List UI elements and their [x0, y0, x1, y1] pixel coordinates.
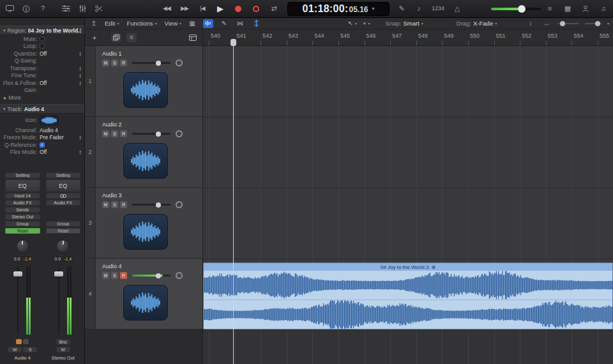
disclosure-icon[interactable]: ▾ [3, 107, 6, 112]
stepper-icon[interactable]: ▴▾ [79, 80, 81, 86]
list-editors-icon[interactable]: ≡ [545, 4, 554, 14]
input-button[interactable]: Input 14 [5, 193, 40, 199]
track-volume-slider[interactable] [132, 204, 170, 206]
pan-knob[interactable] [56, 239, 70, 253]
automation-mode-button[interactable]: Read [46, 228, 81, 234]
pointer-tool-selector[interactable]: ↖ ▾ [348, 20, 357, 27]
track-pan-knob[interactable] [176, 201, 183, 208]
eq-button[interactable]: EQ [5, 179, 40, 192]
track-icon-card[interactable] [123, 72, 168, 108]
display-icon[interactable] [5, 4, 14, 14]
playhead-marker[interactable] [231, 39, 236, 46]
track-lanes[interactable]: 04 Joy to the World.3 ⊕ [203, 46, 613, 364]
inspector-toggle-icon[interactable] [22, 4, 31, 14]
field-value[interactable]: Audio 4 [40, 127, 84, 133]
track-header[interactable]: 2 Audio 2 M S R [85, 117, 202, 188]
flex-toggle-icon[interactable] [251, 19, 261, 28]
stepper-icon[interactable]: ▴▾ [79, 149, 81, 155]
track-record-button[interactable]: R [120, 130, 127, 137]
track-mute-button[interactable]: M [102, 272, 109, 279]
menu-view[interactable]: View▾ [165, 20, 181, 27]
loop-browser-icon[interactable]: ▦ [563, 4, 572, 14]
audio-fx-button[interactable]: Audio FX [46, 200, 81, 206]
track-record-button[interactable]: R [120, 272, 127, 279]
editors-toggle-icon[interactable] [95, 4, 103, 14]
horizontal-zoom-icon[interactable]: ↔ [541, 19, 552, 28]
disclosure-icon[interactable]: ▾ [3, 28, 6, 33]
go-to-beginning-button[interactable]: |◀ [198, 4, 207, 14]
field-value[interactable]: Pre Fader [40, 134, 79, 140]
metronome-button[interactable]: △ [453, 4, 462, 14]
master-volume-slider[interactable] [491, 8, 541, 10]
user-icon[interactable] [581, 4, 590, 14]
waveform-zoom-slider[interactable] [585, 23, 602, 24]
quick-help-icon[interactable]: ? [38, 4, 47, 14]
track-icon-button[interactable] [40, 116, 59, 125]
mute-button[interactable]: M [56, 347, 70, 353]
track-volume-slider[interactable] [132, 275, 170, 277]
eq-button[interactable]: EQ [46, 179, 81, 192]
timeline-area[interactable]: 5405415425435445455465475485495505515525… [203, 29, 613, 364]
menu-edit[interactable]: Edit▾ [105, 20, 119, 27]
duplicate-track-icon[interactable] [111, 33, 121, 42]
track-icon-card[interactable] [123, 143, 168, 179]
zoom-slider[interactable] [557, 23, 579, 24]
more-disclosure[interactable]: ▸ More [0, 94, 84, 102]
track-pan-knob[interactable] [176, 272, 183, 279]
checkbox[interactable]: ✓ [40, 142, 45, 148]
stepper-icon[interactable]: ▴▾ [79, 135, 81, 140]
tuner-icon[interactable]: ♪ [414, 4, 423, 14]
track-volume-slider[interactable] [132, 62, 170, 64]
stepper-icon[interactable]: ▴▾ [79, 73, 81, 78]
solo-button[interactable]: S [23, 347, 37, 353]
track-record-button[interactable]: R [120, 201, 127, 208]
track-record-button[interactable]: R [120, 59, 127, 66]
mute-button[interactable]: M [8, 347, 22, 353]
track-icon-card[interactable] [123, 285, 168, 321]
crossfade-tool-icon[interactable]: ⋈ [235, 19, 245, 28]
track-solo-button[interactable]: S [111, 130, 118, 137]
volume-fader[interactable] [13, 265, 32, 336]
group-button[interactable]: Group [46, 221, 81, 227]
media-browser-icon[interactable]: ♫ [599, 4, 608, 14]
fader-thumb[interactable] [54, 271, 63, 277]
menu-functions[interactable]: Functions▾ [126, 20, 156, 27]
playhead[interactable] [233, 46, 234, 364]
checkbox[interactable] [40, 36, 45, 42]
snap-menu[interactable]: Snap: Smart ▾ [386, 20, 423, 27]
audio-region[interactable]: 04 Joy to the World.3 ⊕ [203, 262, 613, 330]
track-solo-button[interactable]: S [111, 59, 118, 66]
stepper-icon[interactable]: ▴▾ [79, 66, 81, 71]
track-header[interactable]: 3 Audio 3 M S R [85, 188, 202, 259]
capture-record-button[interactable] [252, 4, 261, 14]
vertical-zoom-icon[interactable]: ↕ [526, 19, 536, 28]
mixer-toggle-icon[interactable] [78, 4, 87, 14]
track-pan-knob[interactable] [176, 130, 183, 137]
lcd-chevron-icon[interactable]: ▾ [372, 6, 375, 11]
track-header[interactable]: 1 Audio 1 M S R [85, 46, 202, 117]
volume-fader[interactable] [54, 265, 73, 336]
nudge-icon[interactable]: ↥ [89, 19, 99, 28]
track-mute-button[interactable]: M [102, 59, 109, 66]
forward-button[interactable]: ▶▶ [180, 4, 189, 14]
stepper-icon[interactable]: ▴▾ [79, 51, 81, 56]
input-monitor-button[interactable] [16, 339, 22, 344]
track-inspector-header[interactable]: ▾ Track: Audio 4 [0, 104, 84, 114]
count-in-button[interactable]: 1234 [432, 4, 444, 14]
record-button[interactable] [234, 4, 243, 14]
track-volume-slider[interactable] [132, 133, 170, 135]
audio-fx-button[interactable]: Audio FX [5, 200, 40, 206]
track-header[interactable]: 4 Audio 4 M S R [85, 259, 202, 330]
field-value[interactable]: Off [40, 149, 79, 155]
toolbar-toggle-icon[interactable] [61, 4, 70, 14]
lcd-display[interactable]: 01:18:00: 05.16 ▾ [287, 2, 390, 16]
stereo-format-button[interactable] [46, 193, 81, 199]
group-button[interactable]: Group [5, 221, 40, 227]
grid-view-icon[interactable]: ▦ [187, 19, 197, 28]
rewind-button[interactable]: ◀◀ [162, 4, 171, 14]
waveform-view-toggle[interactable] [203, 19, 213, 28]
drag-menu[interactable]: Drag: X-Fade ▾ [457, 20, 497, 27]
fader-thumb[interactable] [13, 271, 22, 277]
field-value[interactable]: Off [40, 80, 79, 86]
track-display-settings-icon[interactable] [188, 33, 198, 42]
